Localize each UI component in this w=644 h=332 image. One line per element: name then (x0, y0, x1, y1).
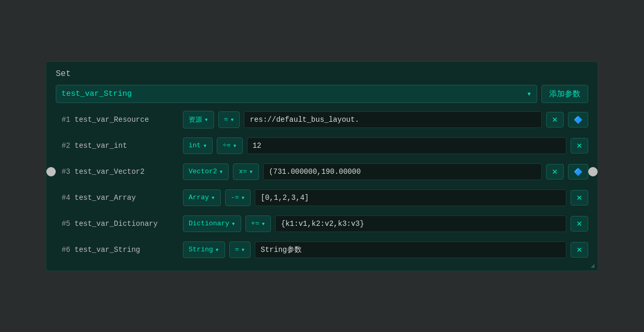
row-name: test_var_Array (75, 194, 179, 202)
variable-selector-value: test_var_String (61, 90, 132, 98)
op-chevron-icon: ▾ (261, 220, 265, 228)
row-index: #2 (56, 142, 70, 150)
type-button[interactable]: 资源 ▾ (183, 111, 214, 129)
operator-label: x= (239, 168, 247, 175)
param-row: #3test_var_Vector2Vector2 ▾x= ▾✕🔷 (56, 160, 588, 183)
type-label: Vector2 (189, 168, 217, 175)
param-row-wrapper: #4test_var_ArrayArray ▾-= ▾✕ (56, 186, 588, 209)
operator-button[interactable]: = ▾ (218, 111, 240, 128)
value-input[interactable] (244, 111, 542, 128)
operator-label: ÷= (222, 142, 231, 149)
type-button[interactable]: Vector2 ▾ (183, 163, 229, 180)
param-row: #6test_var_StringString ▾= ▾✕ (56, 238, 588, 261)
operator-button[interactable]: x= ▾ (233, 163, 258, 180)
param-row-wrapper: #2test_var_intint ▾÷= ▾✕ (56, 134, 588, 157)
operator-label: = (235, 246, 239, 253)
type-chevron-icon: ▾ (203, 142, 207, 150)
type-button[interactable]: Array ▾ (183, 189, 221, 206)
add-param-button[interactable]: 添加参数 (541, 85, 588, 103)
type-chevron-icon: ▾ (211, 194, 215, 202)
value-input[interactable] (247, 137, 566, 154)
row-index: #4 (56, 194, 70, 202)
rows-container: #1test_var_Resource资源 ▾= ▾✕🔷#2test_var_i… (56, 108, 588, 261)
connector-right (588, 167, 598, 176)
operator-label: -= (231, 194, 239, 201)
connector-left (46, 167, 56, 176)
param-row-wrapper: #1test_var_Resource资源 ▾= ▾✕🔷 (56, 108, 588, 131)
param-row-wrapper: #6test_var_StringString ▾= ▾✕ (56, 238, 588, 261)
remove-button[interactable]: ✕ (571, 138, 588, 154)
type-button[interactable]: int ▾ (183, 137, 213, 154)
op-chevron-icon: ▾ (249, 168, 253, 176)
value-input[interactable] (275, 215, 566, 232)
value-input[interactable] (255, 189, 566, 206)
panel-title: Set (56, 69, 588, 79)
param-row: #5test_var_DictionaryDictionary ▾+= ▾✕ (56, 212, 588, 235)
remove-button[interactable]: ✕ (571, 242, 588, 258)
type-chevron-icon: ▾ (231, 220, 236, 228)
remove-button[interactable]: ✕ (546, 164, 564, 180)
type-label: 资源 (189, 115, 202, 124)
remove-button[interactable]: ✕ (546, 112, 564, 127)
param-row: #2test_var_intint ▾÷= ▾✕ (56, 134, 588, 157)
type-button[interactable]: Dictionary ▾ (183, 215, 241, 232)
row-name: test_var_int (75, 142, 179, 150)
type-label: String (189, 246, 213, 253)
resize-handle[interactable]: ◢ (591, 262, 595, 270)
type-label: int (189, 142, 201, 149)
variable-selector[interactable]: test_var_String ▾ (56, 85, 537, 103)
type-button[interactable]: String ▾ (183, 241, 225, 258)
op-chevron-icon: ▾ (241, 246, 245, 254)
operator-label: = (224, 116, 228, 123)
operator-button[interactable]: += ▾ (245, 215, 271, 232)
operator-button[interactable]: -= ▾ (225, 189, 251, 206)
op-chevron-icon: ▾ (233, 142, 237, 150)
pin-button[interactable]: 🔷 (568, 112, 588, 127)
value-input[interactable] (263, 163, 542, 180)
value-input[interactable] (255, 241, 566, 258)
row-index: #3 (56, 168, 70, 176)
operator-label: += (251, 220, 259, 227)
header-row: test_var_String ▾ 添加参数 (56, 85, 588, 103)
row-name: test_var_Resource (75, 116, 179, 124)
chevron-down-icon: ▾ (527, 89, 531, 99)
operator-button[interactable]: = ▾ (229, 241, 251, 258)
op-chevron-icon: ▾ (241, 194, 245, 202)
param-row-wrapper: #3test_var_Vector2Vector2 ▾x= ▾✕🔷 (56, 160, 588, 183)
set-panel: Set test_var_String ▾ 添加参数 #1test_var_Re… (46, 61, 598, 271)
op-chevron-icon: ▾ (230, 116, 234, 124)
param-row: #4test_var_ArrayArray ▾-= ▾✕ (56, 186, 588, 209)
row-name: test_var_Dictionary (75, 220, 179, 228)
type-label: Dictionary (189, 220, 229, 227)
row-name: test_var_Vector2 (75, 168, 179, 176)
pin-button[interactable]: 🔷 (568, 164, 588, 180)
type-chevron-icon: ▾ (219, 168, 224, 176)
param-row: #1test_var_Resource资源 ▾= ▾✕🔷 (56, 108, 588, 131)
type-chevron-icon: ▾ (204, 116, 208, 124)
row-name: test_var_String (75, 246, 179, 254)
remove-button[interactable]: ✕ (571, 190, 588, 206)
row-index: #5 (56, 220, 70, 228)
row-index: #1 (56, 116, 70, 124)
operator-button[interactable]: ÷= ▾ (217, 137, 242, 154)
row-index: #6 (56, 246, 70, 254)
type-label: Array (189, 194, 209, 201)
param-row-wrapper: #5test_var_DictionaryDictionary ▾+= ▾✕ (56, 212, 588, 235)
type-chevron-icon: ▾ (215, 246, 219, 254)
remove-button[interactable]: ✕ (571, 216, 588, 232)
